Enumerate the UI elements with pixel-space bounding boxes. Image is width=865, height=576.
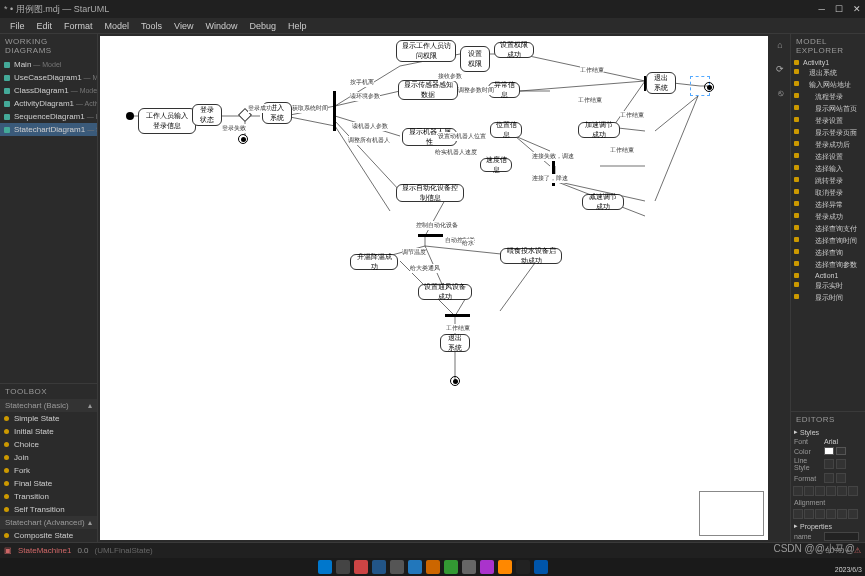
tree-item[interactable]: 退出系统	[791, 67, 865, 79]
tool-fork[interactable]: Fork	[0, 464, 97, 477]
tree-item[interactable]: 选择异常	[791, 199, 865, 211]
diagram-activity[interactable]: ActivityDiagram1— Activity1	[0, 97, 97, 110]
maximize-icon[interactable]: ☐	[835, 4, 843, 14]
tree-item[interactable]: 选择查询参数	[791, 259, 865, 271]
state-n18[interactable]: 退出系统	[440, 334, 470, 352]
state-n14[interactable]: 减速调节成功	[582, 194, 624, 210]
final-login-fail[interactable]	[238, 134, 248, 144]
model-tree[interactable]: Activity1 退出系统 输入网站地址 流程登录 显示网站首页 登录设置 显…	[791, 58, 865, 411]
task-app-icon[interactable]	[354, 560, 368, 574]
state-n11[interactable]: 加速调节成功	[578, 122, 620, 138]
fill-color[interactable]	[824, 447, 834, 455]
tree-item[interactable]: 选择设置	[791, 151, 865, 163]
task-app-icon[interactable]	[444, 560, 458, 574]
diagram-statechart[interactable]: StatechartDiagram1— StateM…	[0, 123, 97, 136]
state-n16[interactable]: 喂食投水设备启动成功	[500, 248, 562, 264]
align-btn[interactable]	[815, 486, 825, 496]
align-btn[interactable]	[837, 486, 847, 496]
diagram-usecase[interactable]: UseCaseDiagram1— Model	[0, 71, 97, 84]
tree-item[interactable]: 显示网站首页	[791, 103, 865, 115]
task-app-icon[interactable]	[534, 560, 548, 574]
close-icon[interactable]: ✕	[853, 4, 861, 14]
minimap[interactable]	[699, 491, 764, 536]
tree-root[interactable]: Activity1	[791, 58, 865, 67]
menu-format[interactable]: Format	[58, 21, 99, 31]
tool-join[interactable]: Join	[0, 451, 97, 464]
final-auto[interactable]	[450, 376, 460, 386]
state-n5[interactable]: 设置权限	[460, 46, 490, 72]
tool-self-transition[interactable]: Self Transition	[0, 503, 97, 516]
task-app-icon[interactable]	[480, 560, 494, 574]
align-btn[interactable]	[815, 509, 825, 519]
tool-transition[interactable]: Transition	[0, 490, 97, 503]
menu-edit[interactable]: Edit	[31, 21, 59, 31]
menu-help[interactable]: Help	[282, 21, 313, 31]
menu-file[interactable]: File	[4, 21, 31, 31]
chevron-right-icon[interactable]: ▸	[794, 428, 798, 436]
task-app-icon[interactable]	[408, 560, 422, 574]
menu-window[interactable]: Window	[199, 21, 243, 31]
line-style-btn[interactable]	[824, 459, 834, 469]
task-app-icon[interactable]	[336, 560, 350, 574]
menu-debug[interactable]: Debug	[243, 21, 282, 31]
tree-item[interactable]: 登录设置	[791, 115, 865, 127]
canvas[interactable]: 工作人员输入登录信息 登录状态 进入系统 显示工作人员访问权限 设置权限 设置权…	[100, 36, 768, 540]
format-btn[interactable]	[824, 473, 834, 483]
state-n15[interactable]: 升温降温成功	[350, 254, 398, 270]
state-n6[interactable]: 设置权限成功	[494, 42, 534, 58]
task-app-icon[interactable]	[462, 560, 476, 574]
final-exit[interactable]	[704, 82, 714, 92]
diagram-main[interactable]: Main— Model	[0, 58, 97, 71]
line-color[interactable]	[836, 447, 846, 455]
task-app-icon[interactable]	[426, 560, 440, 574]
fork-auto[interactable]	[418, 234, 443, 237]
tool-composite-state[interactable]: Composite State	[0, 529, 97, 542]
diagram-sequence[interactable]: SequenceDiagram1— Interact…	[0, 110, 97, 123]
chevron-right-icon[interactable]: ▸	[794, 522, 798, 530]
align-btn[interactable]	[804, 509, 814, 519]
toolbox-group-basic[interactable]: Statechart (Basic)▴	[0, 399, 97, 412]
task-app-icon[interactable]	[390, 560, 404, 574]
warning-icon[interactable]: ⚠	[854, 546, 861, 555]
state-n12[interactable]: 速度信息	[480, 158, 512, 172]
join-exit[interactable]	[644, 76, 646, 91]
align-btn[interactable]	[826, 509, 836, 519]
fork-main[interactable]	[333, 91, 336, 131]
line-style-btn[interactable]	[836, 459, 846, 469]
font-select[interactable]: Arial	[824, 438, 862, 445]
align-btn[interactable]	[804, 486, 814, 496]
toolbox-group-advanced[interactable]: Statechart (Advanced)▴	[0, 516, 97, 529]
tree-item[interactable]: 流程登录	[791, 91, 865, 103]
share-icon[interactable]: ⎋	[773, 86, 787, 100]
minimize-icon[interactable]: ─	[819, 4, 825, 14]
align-btn[interactable]	[793, 486, 803, 496]
tree-item[interactable]: 登录成功	[791, 211, 865, 223]
task-app-icon[interactable]	[498, 560, 512, 574]
align-btn[interactable]	[793, 509, 803, 519]
tree-item[interactable]: 显示时间	[791, 292, 865, 304]
menu-tools[interactable]: Tools	[135, 21, 168, 31]
join-auto[interactable]	[445, 314, 470, 317]
tree-item[interactable]: 取消登录	[791, 187, 865, 199]
tree-item[interactable]: 登录成功后	[791, 139, 865, 151]
initial-state[interactable]	[126, 112, 134, 120]
tree-item[interactable]: 选择查询	[791, 247, 865, 259]
state-n2[interactable]: 登录状态	[192, 104, 222, 126]
align-btn[interactable]	[848, 486, 858, 496]
state-n7[interactable]: 显示传感器感知数据	[398, 80, 458, 100]
status-machine[interactable]: StateMachine1	[18, 546, 71, 555]
tree-item[interactable]: 显示登录页面	[791, 127, 865, 139]
refresh-icon[interactable]: ⟳	[773, 62, 787, 76]
align-btn[interactable]	[826, 486, 836, 496]
tree-item[interactable]: Action1	[791, 271, 865, 280]
state-n19[interactable]: 退出系统	[646, 72, 676, 94]
tree-item[interactable]: 选择查询支付	[791, 223, 865, 235]
tree-item[interactable]: 选择输入	[791, 163, 865, 175]
menu-view[interactable]: View	[168, 21, 199, 31]
start-icon[interactable]	[318, 560, 332, 574]
task-app-icon[interactable]	[516, 560, 530, 574]
tool-initial-state[interactable]: Initial State	[0, 425, 97, 438]
tree-item[interactable]: 显示实时	[791, 280, 865, 292]
align-btn[interactable]	[837, 509, 847, 519]
align-btn[interactable]	[848, 509, 858, 519]
